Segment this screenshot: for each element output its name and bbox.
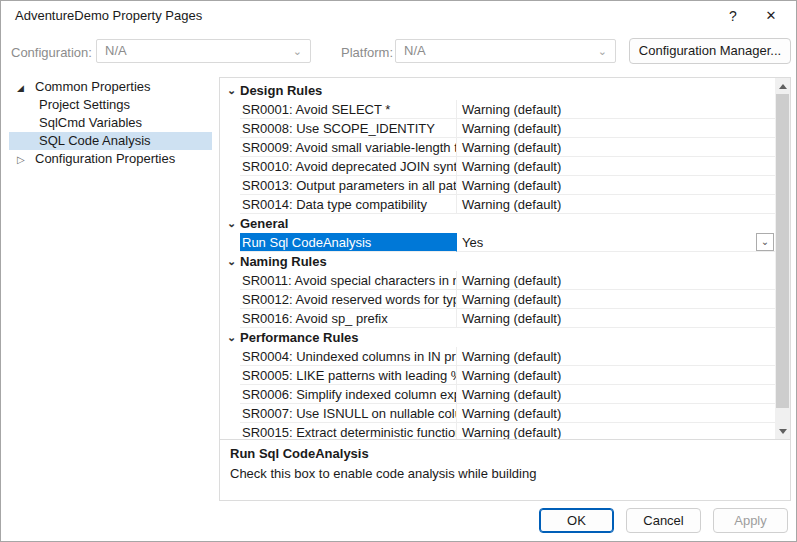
expand-arrow-icon[interactable]: ▷ [17, 151, 35, 168]
property-value-cell[interactable]: Warning (default) [457, 157, 775, 176]
property-name-cell[interactable]: SR0006: Simplify indexed column expres [240, 385, 457, 404]
property-name-cell[interactable]: SR0004: Unindexed columns in IN predic [240, 347, 457, 366]
cancel-button[interactable]: Cancel [626, 508, 701, 533]
property-name-cell[interactable]: SR0012: Avoid reserved words for type n [240, 290, 457, 309]
property-row-sr0016-avoid-sp-prefix[interactable]: SR0016: Avoid sp_ prefixWarning (default… [220, 309, 775, 328]
scroll-thumb[interactable] [776, 94, 789, 408]
scroll-down-button[interactable] [775, 423, 790, 439]
close-icon[interactable]: ✕ [754, 1, 788, 31]
property-name-cell[interactable]: SR0010: Avoid deprecated JOIN syntax [240, 157, 457, 176]
configuration-manager-button[interactable]: Configuration Manager... [629, 38, 791, 64]
row-gutter [220, 309, 240, 328]
property-value-cell[interactable]: Warning (default) [457, 423, 775, 439]
scroll-up-icon [779, 84, 787, 89]
property-row-sr0012-avoid-reserved-words-for-type-n[interactable]: SR0012: Avoid reserved words for type nW… [220, 290, 775, 309]
configuration-dropdown[interactable]: N/A ⌄ [96, 39, 311, 63]
tree-item-project-settings[interactable]: Project Settings [9, 96, 212, 114]
property-value-cell[interactable]: Warning (default) [457, 100, 775, 119]
chevron-down-icon: ⌄ [293, 40, 302, 62]
row-gutter [220, 157, 240, 176]
scroll-up-button[interactable] [775, 78, 790, 94]
value-dropdown-button[interactable]: ⌄ [756, 233, 774, 251]
property-row-run-sql-codeanalysis[interactable]: Run Sql CodeAnalysisYes⌄ [220, 233, 775, 252]
platform-value: N/A [404, 40, 426, 62]
property-name-cell[interactable]: SR0015: Extract deterministic function c… [240, 423, 457, 439]
group-header-general[interactable]: ⌄General [220, 214, 775, 233]
group-header-naming-rules[interactable]: ⌄Naming Rules [220, 252, 775, 271]
tree-item-configuration-properties[interactable]: ▷Configuration Properties [9, 150, 212, 168]
property-row-sr0007-use-isnull-on-nullable-column[interactable]: SR0007: Use ISNULL on nullable columnWar… [220, 404, 775, 423]
property-row-sr0001-avoid-select[interactable]: SR0001: Avoid SELECT *Warning (default) [220, 100, 775, 119]
property-name-cell[interactable]: Run Sql CodeAnalysis [240, 233, 457, 252]
property-row-sr0006-simplify-indexed-column-expres[interactable]: SR0006: Simplify indexed column expresWa… [220, 385, 775, 404]
property-row-sr0005-like-patterns-with-leading[interactable]: SR0005: LIKE patterns with leading %Warn… [220, 366, 775, 385]
property-row-sr0015-extract-deterministic-function-ca[interactable]: SR0015: Extract deterministic function c… [220, 423, 775, 439]
property-row-sr0014-data-type-compatibility[interactable]: SR0014: Data type compatibilityWarning (… [220, 195, 775, 214]
property-name-cell[interactable]: SR0001: Avoid SELECT * [240, 100, 457, 119]
tree-item-label: Project Settings [39, 96, 130, 114]
property-row-sr0013-output-parameters-in-all-paths[interactable]: SR0013: Output parameters in all pathsWa… [220, 176, 775, 195]
property-name-cell[interactable]: SR0016: Avoid sp_ prefix [240, 309, 457, 328]
property-row-sr0004-unindexed-columns-in-in-predic[interactable]: SR0004: Unindexed columns in IN predicWa… [220, 347, 775, 366]
row-gutter [220, 366, 240, 385]
property-value-cell[interactable]: Warning (default) [457, 385, 775, 404]
group-label: Naming Rules [240, 252, 327, 271]
property-value-cell[interactable]: Yes⌄ [457, 233, 775, 252]
row-gutter [220, 423, 240, 439]
ok-button[interactable]: OK [539, 508, 614, 533]
property-row-sr0010-avoid-deprecated-join-syntax[interactable]: SR0010: Avoid deprecated JOIN syntaxWarn… [220, 157, 775, 176]
property-value-cell[interactable]: Warning (default) [457, 404, 775, 423]
property-value-cell[interactable]: Warning (default) [457, 195, 775, 214]
apply-button[interactable]: Apply [713, 508, 788, 533]
property-name-cell[interactable]: SR0009: Avoid small variable-length typ [240, 138, 457, 157]
property-grid: ⌄Design RulesSR0001: Avoid SELECT *Warni… [220, 78, 775, 439]
property-value-cell[interactable]: Warning (default) [457, 119, 775, 138]
property-name-cell[interactable]: SR0007: Use ISNULL on nullable column [240, 404, 457, 423]
right-panel: ⌄Design RulesSR0001: Avoid SELECT *Warni… [219, 77, 791, 501]
property-pages-dialog: AdventureDemo Property Pages ? ✕ Configu… [0, 0, 797, 542]
description-text: Check this box to enable code analysis w… [230, 466, 780, 481]
chevron-down-icon: ⌄ [220, 81, 240, 100]
group-header-design-rules[interactable]: ⌄Design Rules [220, 81, 775, 100]
property-value-cell[interactable]: Warning (default) [457, 138, 775, 157]
property-row-sr0008-use-scope-identity[interactable]: SR0008: Use SCOPE_IDENTITYWarning (defau… [220, 119, 775, 138]
chevron-down-icon: ⌄ [220, 252, 240, 271]
configuration-value: N/A [105, 40, 127, 62]
property-value-cell[interactable]: Warning (default) [457, 366, 775, 385]
property-value-cell[interactable]: Warning (default) [457, 347, 775, 366]
group-label: General [240, 214, 288, 233]
row-gutter [220, 233, 240, 252]
property-row-sr0009-avoid-small-variable-length-typ[interactable]: SR0009: Avoid small variable-length typW… [220, 138, 775, 157]
tree-item-common-properties[interactable]: ◢Common Properties [9, 78, 212, 96]
property-value-cell[interactable]: Warning (default) [457, 309, 775, 328]
chevron-down-icon: ⌄ [220, 328, 240, 347]
property-name-cell[interactable]: SR0005: LIKE patterns with leading % [240, 366, 457, 385]
row-gutter [220, 119, 240, 138]
property-name-cell[interactable]: SR0008: Use SCOPE_IDENTITY [240, 119, 457, 138]
collapse-arrow-icon[interactable]: ◢ [17, 79, 35, 96]
property-name-cell[interactable]: SR0011: Avoid special characters in nam [240, 271, 457, 290]
row-gutter [220, 100, 240, 119]
group-header-performance-rules[interactable]: ⌄Performance Rules [220, 328, 775, 347]
help-icon[interactable]: ? [716, 1, 750, 31]
row-gutter [220, 404, 240, 423]
property-name-cell[interactable]: SR0013: Output parameters in all paths [240, 176, 457, 195]
row-gutter [220, 195, 240, 214]
property-name-cell[interactable]: SR0014: Data type compatibility [240, 195, 457, 214]
row-gutter [220, 347, 240, 366]
tree-item-sql-code-analysis[interactable]: SQL Code Analysis [9, 132, 212, 150]
row-gutter [220, 290, 240, 309]
platform-dropdown[interactable]: N/A ⌄ [395, 39, 616, 63]
scroll-down-icon [779, 429, 787, 434]
chevron-down-icon: ⌄ [598, 40, 607, 62]
tree-item-sqlcmd-variables[interactable]: SqlCmd Variables [9, 114, 212, 132]
grid-scrollbar[interactable] [775, 78, 790, 439]
chevron-down-icon: ⌄ [220, 214, 240, 233]
property-value-cell[interactable]: Warning (default) [457, 290, 775, 309]
property-value-cell[interactable]: Warning (default) [457, 176, 775, 195]
window-title: AdventureDemo Property Pages [15, 1, 202, 31]
description-pane: Run Sql CodeAnalysis Check this box to e… [220, 439, 790, 500]
property-row-sr0011-avoid-special-characters-in-nam[interactable]: SR0011: Avoid special characters in namW… [220, 271, 775, 290]
property-value-cell[interactable]: Warning (default) [457, 271, 775, 290]
row-gutter [220, 271, 240, 290]
